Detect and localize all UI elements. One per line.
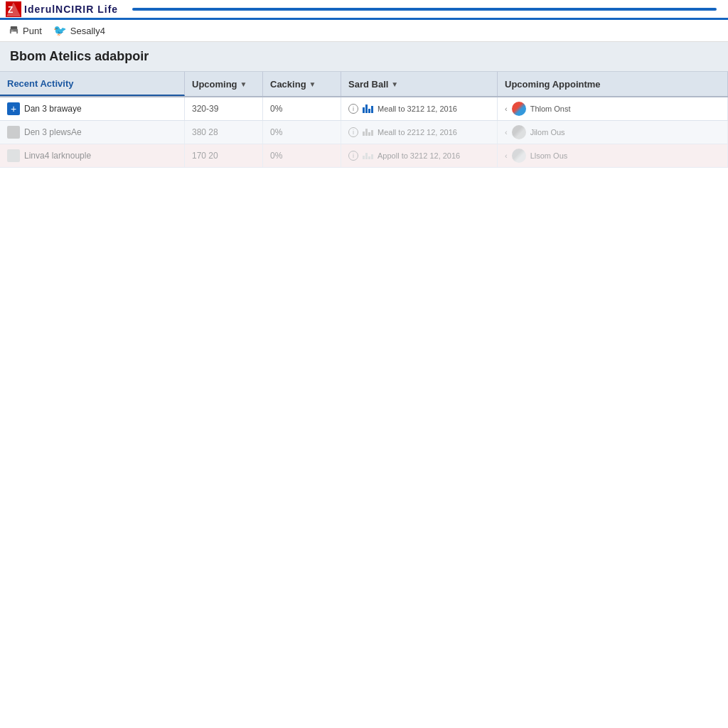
logo-text: IderulNCIRIR Life (24, 4, 118, 15)
info-icon: i (348, 151, 358, 161)
cell-upcoming-3: 170 20 (185, 144, 263, 167)
svg-text:Z: Z (8, 5, 13, 15)
bars-chart-icon (363, 105, 373, 113)
bar-2 (365, 129, 368, 136)
cell-cacking-2: 0% (263, 121, 341, 144)
cell-recent-activity-2: Den 3 plewsAe (0, 121, 185, 144)
toolbar-social-label: Sesally4 (70, 26, 105, 36)
cell-sard-ball-2: i Meall to 2212 12, 2016 (341, 121, 498, 144)
data-table: Recent Activity Upcoming ▼ Cacking ▼ Sar… (0, 72, 728, 168)
col-header-cacking[interactable]: Cacking ▼ (263, 72, 341, 96)
twitter-icon: 🐦 (53, 24, 67, 37)
col-header-upcoming[interactable]: Upcoming ▼ (185, 72, 263, 96)
print-icon (9, 26, 19, 36)
cell-sard-ball-1: i Meall to 3212 12, 2016 (341, 97, 498, 120)
info-icon: i (348, 127, 358, 137)
cell-upcoming-2: 380 28 (185, 121, 263, 144)
cell-recent-activity-1: + Dan 3 brawaye (0, 97, 185, 120)
bar-2 (365, 105, 368, 113)
chevron-icon: ‹ (505, 105, 508, 113)
grey-box-icon-2 (7, 149, 20, 162)
logo: Z IderulNCIRIR Life (6, 1, 118, 17)
bars-chart-icon (363, 129, 373, 136)
col-header-upcoming-appoint: Upcoming Appointme (498, 72, 728, 96)
info-icon: i (348, 104, 358, 114)
cell-upcoming-appoint-1: ‹ Thlom Onst (498, 97, 728, 120)
grey-box-icon (7, 126, 20, 139)
bar-3 (368, 132, 370, 136)
bar-1 (363, 132, 365, 136)
toolbar-print[interactable]: Punt (9, 26, 42, 36)
page-title: Bbom Atelics adabpoir (10, 49, 718, 64)
bar-4 (371, 106, 373, 113)
bar-2 (365, 153, 368, 159)
bar-4 (371, 154, 373, 159)
cacking-dropdown-arrow: ▼ (309, 80, 316, 88)
svg-rect-5 (11, 31, 17, 34)
bar-4 (371, 130, 373, 136)
chevron-icon: ‹ (505, 128, 508, 136)
bar-3 (368, 156, 370, 159)
avatar (512, 149, 526, 163)
page-title-bar: Bbom Atelics adabpoir (0, 42, 728, 72)
cell-upcoming-1: 320-39 (185, 97, 263, 120)
cell-upcoming-appoint-2: ‹ Jilom Ous (498, 121, 728, 144)
col-header-sard-ball[interactable]: Sard Ball ▼ (341, 72, 498, 96)
bars-chart-icon (363, 153, 373, 159)
blue-plus-icon: + (7, 102, 20, 115)
cell-cacking-1: 0% (263, 97, 341, 120)
toolbar-print-label: Punt (23, 26, 42, 36)
table-row[interactable]: Den 3 plewsAe 380 28 0% i Meall to 2212 … (0, 121, 728, 144)
chevron-icon: ‹ (505, 151, 508, 160)
upcoming-dropdown-arrow: ▼ (240, 80, 247, 88)
table-row[interactable]: Linva4 larknouple 170 20 0% i Appoll to … (0, 144, 728, 168)
col-header-recent-activity[interactable]: Recent Activity (0, 72, 185, 96)
bar-1 (363, 107, 365, 113)
svg-rect-6 (11, 30, 14, 31)
top-progress-bar (132, 8, 717, 11)
top-bar: Z IderulNCIRIR Life (0, 0, 728, 20)
cell-upcoming-appoint-3: ‹ Llsom Ous (498, 144, 728, 167)
cell-sard-ball-3: i Appoll to 3212 12, 2016 (341, 144, 498, 167)
bar-3 (368, 109, 370, 113)
table-header-row: Recent Activity Upcoming ▼ Cacking ▼ Sar… (0, 72, 728, 97)
toolbar: Punt 🐦 Sesally4 (0, 20, 728, 42)
logo-icon: Z (6, 1, 21, 17)
cell-cacking-3: 0% (263, 144, 341, 167)
bar-1 (363, 156, 365, 159)
table-row[interactable]: + Dan 3 brawaye 320-39 0% i Meall to 321… (0, 97, 728, 121)
cell-recent-activity-3: Linva4 larknouple (0, 144, 185, 167)
sard-ball-dropdown-arrow: ▼ (391, 80, 398, 88)
avatar (512, 102, 526, 116)
avatar (512, 125, 526, 139)
toolbar-social[interactable]: 🐦 Sesally4 (53, 24, 105, 37)
